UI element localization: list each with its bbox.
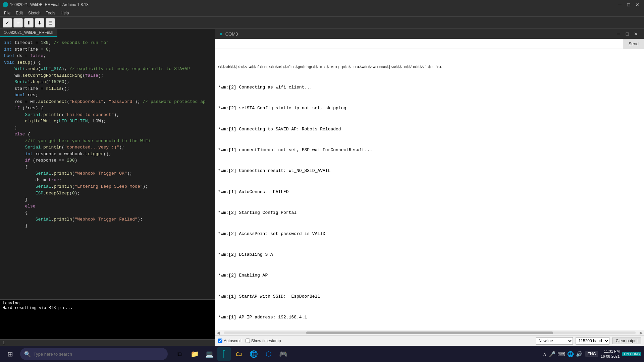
menu-help[interactable]: Help xyxy=(58,10,72,16)
keyboard-icon: ⌨ xyxy=(557,351,565,357)
code-line: { xyxy=(1,164,213,171)
console-area: Leaving... Hard resetting via RTS pin... xyxy=(0,299,215,339)
autoscroll-checkbox[interactable] xyxy=(218,339,222,343)
search-icon: 🔍 xyxy=(24,351,31,357)
com-badge: ON COM3 xyxy=(622,352,641,356)
serial-output-line: *wm:[1] Connecting to SAVED AP: Robots R… xyxy=(218,126,641,133)
timestamp-label[interactable]: Show timestamp xyxy=(246,339,281,343)
code-line: } xyxy=(1,223,213,229)
taskbar-icon-arduino[interactable]: ⎡ xyxy=(217,347,231,361)
serial-scrollbar[interactable]: ◀ ▶ xyxy=(215,330,644,335)
serial-title-bar: ● COM3 ─ □ ✕ xyxy=(215,29,644,39)
code-line: if (response == 200) xyxy=(1,157,213,164)
taskbar-icon-app1[interactable]: ⬡ xyxy=(262,347,275,361)
code-line: Serial.println("Webhook Trigger Failed")… xyxy=(1,216,213,223)
taskbar-icon-files[interactable]: 🗂 xyxy=(232,347,246,361)
serial-window-controls: ─ □ ✕ xyxy=(614,31,640,37)
menu-sketch[interactable]: Sketch xyxy=(25,10,43,16)
code-line: WiFi.mode(WIFI_STA); // explicitly set m… xyxy=(1,66,213,72)
serial-output-line: *wm:[2] Starting Config Portal xyxy=(218,209,641,217)
serial-input-bar: Send xyxy=(215,39,644,49)
taskbar-sys-icons: ∧ 🎤 ⌨ 🌐 🔊 xyxy=(543,351,583,357)
serial-output-line: *wm:[2] Disabling STA xyxy=(218,251,641,258)
taskbar-icon-explorer[interactable]: 📁 xyxy=(188,347,201,361)
upload-button[interactable]: → xyxy=(13,18,23,27)
save-button[interactable]: ☰ xyxy=(46,18,55,27)
code-line: else { xyxy=(1,131,213,138)
time-date-display: 11:31 PM 16-08-2021 xyxy=(601,349,620,359)
app-title: 16082021_WifiDB_RRFinal | Arduino 1.8.13 xyxy=(10,2,89,7)
taskbar-icon-chrome[interactable]: 🌐 xyxy=(247,347,260,361)
menu-edit[interactable]: Edit xyxy=(13,10,25,16)
code-line: ESP.deepSleep(0); xyxy=(1,190,213,197)
code-line: } xyxy=(1,196,213,203)
taskbar-icon-taskview[interactable]: ⧉ xyxy=(173,347,186,361)
clear-output-button[interactable]: Clear output xyxy=(612,338,641,344)
code-line: Serial.println("Webhook Trigger OK"); xyxy=(1,170,213,177)
new-button[interactable]: ⬆ xyxy=(24,18,34,27)
windows-icon: ⊞ xyxy=(7,350,13,358)
code-line: void setup() { xyxy=(1,59,213,66)
code-line: startTime = millis(); xyxy=(1,85,213,92)
console-line: Leaving... xyxy=(3,301,212,306)
code-line: } xyxy=(1,125,213,131)
code-line: int startTime = 0; xyxy=(1,46,213,53)
code-line: res = wm.autoConnect("EspDoorBell", "pas… xyxy=(1,99,213,105)
taskbar-icon-game[interactable]: 🎮 xyxy=(276,347,290,361)
app-icon xyxy=(3,2,8,7)
code-line: { xyxy=(1,209,213,216)
code-line: Serial.println("Failed to connect"); xyxy=(1,112,213,118)
code-line: bool res; xyxy=(1,92,213,99)
code-line: wm.setConfigPortalBlocking(false); xyxy=(1,72,213,79)
speaker-icon: 🔊 xyxy=(576,351,583,357)
serial-monitor-panel: ● COM3 ─ □ ✕ Send $$$sd$$$|$1$<□▲$$□l$□c… xyxy=(215,29,644,346)
language-indicator: ENG xyxy=(585,351,598,357)
timestamp-checkbox[interactable] xyxy=(246,339,250,343)
menu-tools[interactable]: Tools xyxy=(43,10,58,16)
open-button[interactable]: ⬇ xyxy=(35,18,44,27)
minimize-button[interactable]: ─ xyxy=(616,1,624,8)
code-line: int timeout = 180; // seconds to run for xyxy=(1,40,213,46)
taskbar-search-bar[interactable]: 🔍 xyxy=(20,348,168,360)
code-editor[interactable]: int timeout = 180; // seconds to run for… xyxy=(0,37,215,299)
baud-select[interactable]: 300 1200 2400 4800 9600 19200 38400 5760… xyxy=(576,337,609,345)
date-display: 16-08-2021 xyxy=(601,354,620,359)
menu-bar: File Edit Sketch Tools Help xyxy=(0,9,644,17)
serial-input-field[interactable] xyxy=(215,39,623,49)
code-line: Serial.begin(115200); xyxy=(1,79,213,85)
serial-output-line: *wm:[2] setSTA Config static ip not set,… xyxy=(218,105,641,112)
serial-output-line: *wm:[1] StartAP with SSID: EspDoorBell xyxy=(218,293,641,300)
taskbar-icon-pc[interactable]: 💻 xyxy=(203,347,216,361)
serial-output-line: *wm:[2] AccessPoint set password is VALI… xyxy=(218,231,641,238)
taskbar-search-input[interactable] xyxy=(34,352,164,357)
serial-output: $$$sd$$$|$1$<□▲$$□l$□c|$$□$D$;$cl□c$gn$d… xyxy=(215,49,644,330)
verify-button[interactable]: ✓ xyxy=(3,18,12,27)
scrollbar-track[interactable] xyxy=(224,331,636,334)
serial-close[interactable]: ✕ xyxy=(632,31,640,37)
send-button[interactable]: Send xyxy=(623,39,644,49)
code-line: ds = true; xyxy=(1,177,213,184)
maximize-button[interactable]: □ xyxy=(625,1,633,8)
code-line: Serial.println("Entering Deep Sleep Mode… xyxy=(1,183,213,190)
code-line: else xyxy=(1,203,213,210)
chevron-up-icon[interactable]: ∧ xyxy=(543,351,547,357)
serial-output-line: *wm:[2] Connecting as wifi client... xyxy=(218,84,641,91)
autoscroll-label[interactable]: Autoscroll xyxy=(218,339,241,343)
serial-maximize[interactable]: □ xyxy=(623,31,631,37)
taskbar: ⊞ 🔍 ⧉ 📁 💻 ⎡ 🗂 🌐 ⬡ 🎮 ∧ 🎤 ⌨ 🌐 🔊 ENG 11:31 … xyxy=(0,346,644,362)
start-button[interactable]: ⊞ xyxy=(3,347,17,361)
code-line: int response = webhook.trigger(); xyxy=(1,151,213,158)
toolbar: ✓ → ⬆ ⬇ ☰ xyxy=(0,17,644,29)
network-icon: 🌐 xyxy=(567,351,574,357)
file-tab[interactable]: 16082021_WifiDB_RRFinal xyxy=(0,29,215,37)
code-line: digitalWrite(LED_BUILTIN, LOW); xyxy=(1,118,213,125)
serial-minimize[interactable]: ─ xyxy=(614,31,623,37)
scrollbar-thumb[interactable] xyxy=(306,331,553,334)
close-button[interactable]: ✕ xyxy=(633,1,641,8)
newline-select[interactable]: No line ending Newline Carriage return B… xyxy=(536,337,573,345)
serial-output-line: *wm:[1] AP IP address: 192.168.4.1 xyxy=(218,314,641,321)
serial-output-line: $$$sd$$$|$1$<□▲$$□l$□c|$$□$D$;$cl□c$gn$d… xyxy=(218,64,641,70)
menu-file[interactable]: File xyxy=(1,10,13,16)
code-line: if (!res) { xyxy=(1,105,213,112)
serial-output-line: *wm:[2] Connection result: WL_NO_SSID_AV… xyxy=(218,168,641,175)
